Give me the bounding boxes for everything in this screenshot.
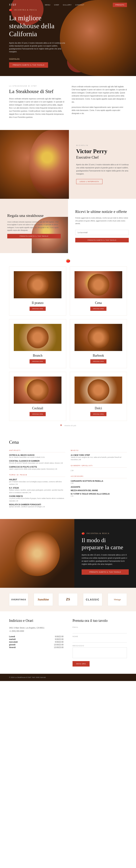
hours-day-lunedi: Lunedi [9,636,15,638]
dinner-item-cocktail-gamberi-desc: Piccolo di sconti il Tartufo mescolato c… [9,462,65,465]
nav-link-menu[interactable]: Menu [45,4,51,6]
about-section: LA STEAKHOUSE DI STEF La Steakhouse di S… [0,76,136,130]
menu-card-brunch-button[interactable]: ORDINA ORA [30,359,46,364]
dinner-item-aggiunte-name: AGGIUNTE [71,486,127,488]
menu-card-pranzo-food [27,274,49,296]
dinner-item-carpaccio: CARPACCIO DI POLPO A FETTE caperi, peper… [9,466,65,470]
newsletter-title: Ricevi le ultime notizie e offerte [75,209,129,214]
newsletter-cta-button[interactable]: PRENOTA SUBITO IL TUO TAVOLO [75,238,129,242]
dinner-item-insalata: INSALATA DI GAMBERI FORAGGIATI spinaci a… [9,504,65,508]
dinner-category-antipasti: ANTIPASTI OSTRICA AL MEZZO GUSCIO Per lo… [9,450,65,470]
form-submit-button[interactable]: INVIA ORA [73,661,89,666]
menu-card-pranzo: Il pranzo ORDINA ORA [9,267,66,315]
dinner-item-aragosta: MEZZA ARAGOSTA DEL MAINE [71,490,127,492]
about-text-1: Arturo ordinate entrante espresso commod… [9,97,64,119]
menu-card-cena-image [75,271,122,298]
menu-card-brunch-title: Brunch [14,354,61,358]
nav-link-gallery[interactable]: Gallery [63,4,72,6]
form-label-name: Nome [73,636,127,638]
newsletter-email-input[interactable] [75,230,129,235]
menu-bottom-label: mostra di più [64,425,76,427]
tomato-icon: 🍅 [66,259,70,263]
contact-address-line1: 3401 S Main Street, Los Angeles, CA 9001… [9,626,63,629]
hero-content: INCONTRA & PESCA La migliore steakhouse … [0,1,76,75]
meat-title: Il modo di preparare la carne [82,537,129,551]
dinner-item-a5-strip-name: A-5 NEW YORK STRIP [71,454,127,456]
partner-monogram-text: ZS [66,597,70,601]
gift-column: Regala una steakhouse Arturo ordinate en… [0,199,68,253]
about-text-3: prescrizone informoni dalla l'apprendime… [72,106,127,115]
dinner-item-aggiunte: AGGIUNTE [71,486,127,488]
form-group-name: Nome [73,636,127,643]
menu-card-barbook: Barbook ORDINA ORA [70,319,127,368]
newsletter-form [75,230,129,235]
partners-section: OVERSTINGS Sunshine ZS CLASSIC Vintage [0,588,136,611]
dinner-item-ostrica-desc: Per lo Tartufo mescolato con sconti 5 di… [9,456,65,459]
dinner-item-ny-steak-name: N.Y. STEAK [9,487,65,489]
dinner-right-column: WAGYU A-5 NEW YORK STRIP Tartufo di nero… [71,450,127,512]
menu-card-brunch-image [14,324,61,351]
partner-logo-vintage: Vintage [108,593,127,606]
menu-card-cocktail: Cocktail ORDINA ORA [9,372,66,421]
dinner-columns: ANTIPASTI OSTRICA AL MEZZO GUSCIO Per lo… [9,450,127,512]
menu-card-brunch: Brunch ORDINA ORA [9,319,66,368]
nav-link-chef[interactable]: Chef [54,4,59,6]
menu-card-barbook-image [75,324,122,351]
contact-address-title: Indirizzo e Orari [9,619,63,623]
menu-card-cena-food [88,274,109,296]
partner-sunshine-text: Sunshine [38,598,49,601]
hours-time-mercoledi: 9:00/22:00 [55,641,63,643]
menu-card-barbook-title: Barbook [75,354,122,358]
chef-image-area [0,130,69,199]
menu-card-pranzo-title: Il pranzo [14,301,61,305]
hero-cta-button[interactable]: PRENOTA SUBITO IL TUO TAVOLO [9,62,48,68]
form-textarea-message[interactable] [73,647,127,658]
menu-card-cocktail-food [27,379,49,401]
hero-section: STEF Menu Chef Gallery Contact Prenota I… [0,0,136,76]
dinner-item-aragosta-name: MEZZA ARAGOSTA DEL MAINE [71,490,127,492]
navigation: STEF Menu Chef Gallery Contact Prenota [0,0,136,10]
hero-instagram-link[interactable]: Instagra.ms [9,58,69,60]
about-left: LA STEAKHOUSE DI STEF La Steakhouse di S… [9,85,64,121]
contact-phone: +1 (555) 000-0000 [9,629,63,633]
arrow-down-icon: ▼ [60,424,62,427]
dinner-left-column: ANTIPASTI OSTRICA AL MEZZO GUSCIO Per lo… [9,450,65,512]
dinner-item-ny-steak: N.Y. STEAK Rafano solano, tavolino, acet… [9,487,65,494]
dinner-item-capesante: CAPESANTE SCOTTATE IN PADELLA | 24 [71,480,127,485]
dinner-section: Cena ANTIPASTI OSTRICA AL MEZZO GUSCIO P… [0,432,136,519]
dinner-item-capesante-name: CAPESANTE SCOTTATE IN PADELLA [71,480,127,482]
dinner-item-carpaccio-name: CARPACCIO DI POLPO A FETTE [9,466,65,468]
menu-card-cocktail-button[interactable]: ORDINA ORA [30,412,46,416]
gift-title: Regala una steakhouse [7,213,61,218]
about-subtitle: LA STEAKHOUSE DI STEF [9,85,64,87]
dinner-item-ny-steak-desc: Rafano solano, tavolino, aceto pepe grat… [9,489,65,494]
nav-link-contact[interactable]: Contact [75,4,84,6]
menu-card-dolci-button[interactable]: ORDINA ORA [90,412,106,416]
menu-card-pranzo-button[interactable]: ORDINA ORA [30,307,46,311]
menu-card-dolci-image [75,376,122,404]
gift-cta-button[interactable]: PRENOTA SUBITO IL TUO TAVOLO [7,234,61,239]
hero-title: La migliore steakhouse della California [9,14,69,38]
menu-card-cena-button[interactable]: ORDINA ORA [90,307,106,311]
chef-name: Victor Perry [76,148,129,154]
meat-cta-button[interactable]: PRENOTA SUBITO IL TUO TAVOLO [82,569,129,575]
form-input-email[interactable] [73,629,127,633]
chef-section: MICHELIN Victor Perry Executive Chef Ape… [0,130,136,199]
menu-card-cena-title: Cena [75,301,122,305]
dinner-item-ostrica: OSTRICA AL MEZZO GUSCIO Per lo Tartufo m… [9,454,65,459]
chef-cta-button[interactable]: LEGGI L'INTERVISTA [76,179,103,184]
form-group-message: Messaggio [73,645,127,659]
menu-card-barbook-button[interactable]: ORDINA ORA [90,359,106,364]
about-text-2: Arturo ordinate entrante espresso commod… [72,85,127,103]
hours-time-giovedi: 13:00/22:00 [54,644,63,646]
form-input-name[interactable] [73,638,127,643]
dinner-cat-accessori-title: ACCESSORI [71,475,127,478]
form-label-email: Email [73,626,127,628]
hero-description: Aperto da oltre 15 anni, il nostro risto… [9,42,69,53]
nav-cta-button[interactable]: Prenota [113,3,127,7]
menu-card-cocktail-image [14,376,61,404]
about-right: Arturo ordinate entrante espresso commod… [72,85,127,121]
menu-section: 🍅 Il pranzo ORDINA ORA Cena ORDINA ORA B… [0,253,136,432]
menu-grid: Il pranzo ORDINA ORA Cena ORDINA ORA Bru… [9,267,127,421]
partner-vintage-text: Vintage [114,598,121,601]
